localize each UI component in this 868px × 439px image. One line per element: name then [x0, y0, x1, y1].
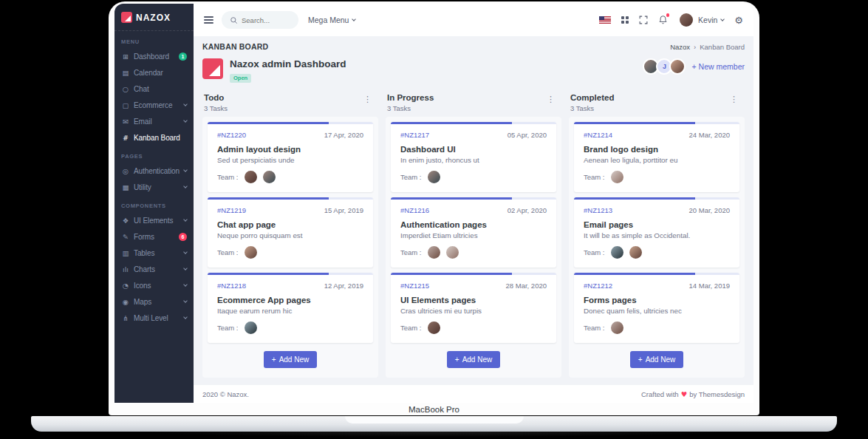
- task-id-link[interactable]: #NZ1220: [217, 131, 246, 139]
- sidebar-item-charts[interactable]: ılı Charts: [115, 261, 194, 277]
- task-id-link[interactable]: #NZ1212: [584, 282, 612, 290]
- mega-menu-button[interactable]: Mega Menu: [308, 16, 355, 24]
- sidebar: NAZOX MENU ⊞ Dashboard 1 ▤ Calendar ○ Ch…: [115, 4, 194, 403]
- settings-gear-icon[interactable]: ⚙: [734, 15, 743, 26]
- sidebar-item-ui-elements[interactable]: ❖ UI Elements: [115, 212, 194, 228]
- task-id-link[interactable]: #NZ1219: [217, 206, 246, 214]
- search-input[interactable]: [242, 16, 290, 24]
- task-title[interactable]: Authentication pages: [400, 220, 547, 229]
- dashboard-badge: 1: [179, 52, 187, 61]
- task-title[interactable]: Chat app page: [217, 220, 363, 229]
- sidebar-item-calendar[interactable]: ▤ Calendar: [115, 64, 194, 81]
- sidebar-item-forms[interactable]: ✎ Forms 6: [115, 228, 194, 245]
- column-menu-icon[interactable]: ⋮: [543, 93, 558, 106]
- task-card[interactable]: #NZ1220 17 Apr, 2020 Admin layout design…: [208, 122, 373, 192]
- task-title[interactable]: Email pages: [584, 220, 730, 229]
- column-menu-icon[interactable]: ⋮: [360, 93, 375, 106]
- task-id-link[interactable]: #NZ1214: [584, 131, 612, 139]
- notifications-bell-icon[interactable]: [658, 15, 668, 25]
- task-description: Neque porro quisquam est: [217, 231, 363, 239]
- board-logo-icon: [202, 58, 223, 79]
- credit-suffix: by Themesdesign: [689, 390, 745, 398]
- apps-grid-icon[interactable]: [621, 16, 629, 24]
- sidebar-item-maps[interactable]: ◉ Maps: [115, 293, 194, 310]
- add-new-button[interactable]: + Add New: [447, 351, 500, 368]
- task-card[interactable]: #NZ1216 02 Apr, 2020 Authentication page…: [391, 197, 556, 268]
- sidebar-item-icons[interactable]: ◔ Icons: [115, 277, 194, 293]
- page-title: KANBAN BOARD: [202, 42, 268, 51]
- chevron-down-icon: [721, 17, 725, 21]
- task-title[interactable]: UI Elements pages: [400, 296, 547, 304]
- breadcrumb-parent[interactable]: Nazox: [670, 43, 690, 51]
- team-label: Team :: [217, 248, 239, 256]
- avatar[interactable]: [445, 245, 460, 260]
- avatar[interactable]: [609, 320, 625, 336]
- calendar-icon: ▤: [121, 69, 130, 77]
- heart-icon: ♥: [681, 390, 688, 398]
- task-card[interactable]: #NZ1212 14 Mar, 2019 Forms pages Donec q…: [574, 273, 739, 343]
- task-title[interactable]: Admin layout design: [217, 145, 363, 154]
- sidebar-item-multi-level[interactable]: ⋔ Multi Level: [115, 310, 194, 326]
- email-icon: ✉: [121, 118, 130, 126]
- avatar[interactable]: [609, 169, 625, 185]
- task-id-link[interactable]: #NZ1217: [400, 131, 429, 139]
- new-member-button[interactable]: + New member: [691, 62, 745, 71]
- add-new-button[interactable]: + Add New: [630, 351, 683, 368]
- avatar[interactable]: [262, 169, 277, 185]
- sidebar-item-kanban-board[interactable]: # Kanban Board: [115, 129, 194, 146]
- task-title[interactable]: Forms pages: [584, 296, 730, 304]
- team-member-avatar[interactable]: [669, 58, 686, 75]
- column-title: Todo: [204, 93, 228, 102]
- task-card[interactable]: #NZ1219 15 Apr, 2019 Chat app page Neque…: [208, 197, 373, 268]
- add-new-button[interactable]: + Add New: [264, 351, 317, 368]
- task-id-link[interactable]: #NZ1215: [400, 282, 429, 290]
- task-card[interactable]: #NZ1215 28 Mar, 2020 UI Elements pages C…: [391, 273, 556, 343]
- avatar[interactable]: [426, 245, 442, 260]
- macbook-shadow: [44, 432, 824, 439]
- task-id-link[interactable]: #NZ1216: [400, 206, 429, 214]
- sidebar-item-tables[interactable]: ▥ Tables: [115, 245, 194, 261]
- sidebar-item-ecommerce[interactable]: ▢ Ecommerce: [115, 97, 194, 113]
- language-flag-icon[interactable]: [599, 16, 611, 24]
- search-box[interactable]: [222, 11, 298, 29]
- avatar[interactable]: [243, 245, 259, 260]
- sidebar-item-authentication[interactable]: ◎ Authentication: [115, 163, 194, 179]
- kanban-column-todo: Todo 3 Tasks ⋮ #NZ1220: [202, 92, 378, 378]
- task-card[interactable]: #NZ1213 20 Mar, 2020 Email pages It will…: [574, 197, 739, 268]
- task-title[interactable]: Dashboard UI: [400, 145, 547, 154]
- task-date: 20 Mar, 2020: [689, 206, 730, 214]
- plus-icon: +: [638, 355, 643, 364]
- fullscreen-icon[interactable]: [639, 16, 648, 24]
- task-id-link[interactable]: #NZ1218: [217, 282, 246, 290]
- avatar[interactable]: [628, 245, 643, 260]
- avatar[interactable]: [243, 320, 259, 336]
- user-avatar: [678, 12, 694, 28]
- sidebar-item-dashboard[interactable]: ⊞ Dashboard 1: [115, 48, 194, 64]
- team-label: Team :: [400, 324, 422, 332]
- task-id-link[interactable]: #NZ1213: [584, 206, 612, 214]
- task-card[interactable]: #NZ1214 24 Mar, 2020 Brand logo design A…: [574, 122, 739, 192]
- avatar[interactable]: [243, 169, 259, 185]
- task-title[interactable]: Ecommerce App pages: [217, 296, 363, 304]
- sidebar-section-pages: PAGES: [115, 146, 194, 163]
- sidebar-item-utility[interactable]: ▦ Utility: [115, 179, 194, 195]
- ecommerce-icon: ▢: [121, 101, 130, 109]
- task-card[interactable]: #NZ1218 12 Apr, 2019 Ecommerce App pages…: [208, 273, 373, 343]
- user-name: Kevin: [698, 16, 717, 24]
- column-menu-icon[interactable]: ⋮: [726, 93, 742, 106]
- brand-name: NAZOX: [136, 13, 171, 23]
- avatar[interactable]: [426, 169, 442, 185]
- task-date: 02 Apr, 2020: [508, 206, 547, 214]
- task-title[interactable]: Brand logo design: [584, 145, 730, 154]
- chevron-down-icon: [352, 17, 357, 21]
- sidebar-item-chat[interactable]: ○ Chat: [115, 81, 194, 97]
- sidebar-item-email[interactable]: ✉ Email: [115, 113, 194, 129]
- menu-toggle-icon[interactable]: [204, 16, 213, 24]
- chevron-down-icon: [183, 184, 188, 188]
- task-card[interactable]: #NZ1217 05 Apr, 2020 Dashboard UI In eni…: [391, 122, 556, 192]
- user-menu[interactable]: Kevin: [678, 12, 724, 28]
- column-card-list: #NZ1220 17 Apr, 2020 Admin layout design…: [202, 117, 378, 378]
- brand-logo[interactable]: NAZOX: [115, 4, 194, 31]
- avatar[interactable]: [426, 320, 442, 336]
- avatar[interactable]: [609, 245, 625, 260]
